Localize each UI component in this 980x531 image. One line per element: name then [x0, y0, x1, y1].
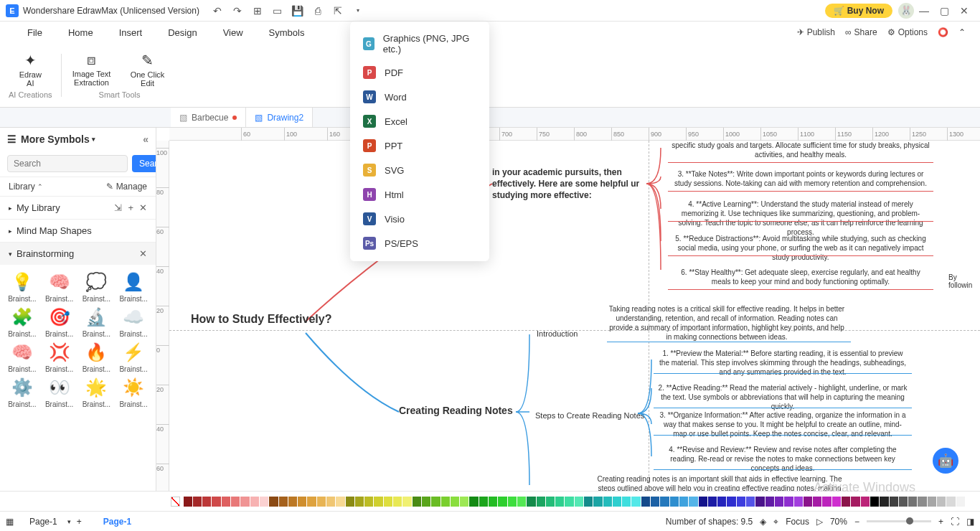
color-swatch[interactable] — [727, 497, 735, 507]
color-swatch[interactable] — [603, 497, 612, 507]
color-swatch[interactable] — [212, 497, 220, 507]
color-swatch[interactable] — [269, 497, 278, 507]
color-swatch[interactable] — [842, 497, 850, 507]
menu-symbols[interactable]: Symbols — [256, 27, 318, 38]
collapse-ribbon-icon[interactable]: ⌃ — [958, 27, 966, 37]
print-icon[interactable]: ⎙ — [310, 3, 326, 19]
shape-item[interactable]: 👀Brainst... — [42, 375, 77, 408]
export-item-svg[interactable]: SSVG — [350, 158, 489, 182]
color-swatch[interactable] — [946, 497, 955, 507]
color-swatch[interactable] — [279, 497, 288, 507]
color-swatch[interactable] — [555, 497, 564, 507]
color-swatch[interactable] — [202, 497, 211, 507]
color-swatch[interactable] — [775, 497, 783, 507]
color-swatch[interactable] — [804, 497, 812, 507]
no-color-swatch[interactable] — [171, 497, 180, 507]
color-swatch[interactable] — [307, 497, 316, 507]
color-swatch[interactable] — [899, 497, 908, 507]
user-avatar[interactable]: 🐰 — [898, 3, 914, 19]
color-swatch[interactable] — [708, 497, 717, 507]
shape-item[interactable]: 🧩Brainst... — [4, 304, 40, 338]
shape-item[interactable]: 🔬Brainst... — [79, 304, 115, 338]
branch-reading-notes[interactable]: Creating Reading Notes — [399, 405, 513, 416]
color-swatch[interactable] — [498, 497, 507, 507]
color-swatch[interactable] — [794, 497, 803, 507]
color-swatch[interactable] — [193, 497, 202, 507]
color-swatch[interactable] — [346, 497, 354, 507]
collapse-sidebar-icon[interactable]: « — [143, 133, 149, 145]
color-swatch[interactable] — [231, 497, 240, 507]
mind-map-shapes-section[interactable]: ▸ Mind Map Shapes — [0, 219, 156, 242]
color-swatch[interactable] — [326, 497, 335, 507]
buy-now-button[interactable]: 🛒Buy Now — [825, 4, 892, 18]
shape-item[interactable]: ☁️Brainst... — [116, 304, 151, 338]
add-page-icon[interactable]: + — [77, 517, 82, 527]
shape-item[interactable]: 🎯Brainst... — [42, 304, 77, 338]
notification-icon[interactable]: ⭕ — [938, 27, 948, 37]
color-swatch[interactable] — [717, 497, 726, 507]
export-item-excel[interactable]: XExcel — [350, 109, 489, 133]
color-swatch[interactable] — [737, 497, 745, 507]
color-swatch[interactable] — [613, 497, 621, 507]
grid-view-icon[interactable]: ▦ — [6, 517, 14, 527]
shape-item[interactable]: 🧠Brainst... — [4, 339, 40, 373]
color-swatch[interactable] — [288, 497, 297, 507]
color-swatch[interactable] — [784, 497, 793, 507]
color-swatch[interactable] — [651, 497, 659, 507]
tab-barbecue[interactable]: ▧Barbecue — [171, 108, 246, 127]
color-swatch[interactable] — [355, 497, 364, 507]
color-swatch[interactable] — [537, 497, 545, 507]
color-swatch[interactable] — [336, 497, 344, 507]
share-button[interactable]: ∞Share — [845, 27, 877, 37]
page-dropdown-icon[interactable]: ▾ — [67, 518, 71, 525]
color-swatch[interactable] — [384, 497, 392, 507]
zoom-in-icon[interactable]: + — [938, 517, 943, 527]
one-click-edit-button[interactable]: ✎One Click Edit — [126, 52, 169, 88]
close-section-icon[interactable]: ✕ — [139, 202, 147, 213]
color-swatch[interactable] — [364, 497, 373, 507]
edraw-ai-button[interactable]: ✦Edraw AI — [9, 52, 52, 88]
add-icon[interactable]: + — [128, 202, 133, 213]
color-swatch[interactable] — [689, 497, 697, 507]
canvas[interactable]: How to Study Effectively? in your academ… — [169, 141, 980, 491]
my-library-section[interactable]: ▸ My Library ⇲+✕ — [0, 196, 156, 219]
focus-target-icon[interactable]: ⌖ — [773, 517, 778, 527]
save-icon[interactable]: 💾 — [290, 3, 306, 19]
color-swatch[interactable] — [890, 497, 898, 507]
color-swatch[interactable] — [402, 497, 411, 507]
export-item-pdf[interactable]: PPDF — [350, 60, 489, 85]
zoom-thumb[interactable] — [906, 517, 913, 525]
menu-file[interactable]: File — [14, 27, 55, 38]
shape-item[interactable]: 💭Brainst... — [79, 269, 115, 303]
shape-item[interactable]: 🔥Brainst... — [79, 339, 115, 373]
search-input[interactable] — [7, 155, 128, 172]
import-icon[interactable]: ⇲ — [114, 202, 122, 213]
color-swatch[interactable] — [565, 497, 573, 507]
mindmap-root-node[interactable]: How to Study Effectively? — [191, 313, 331, 326]
color-swatch[interactable] — [699, 497, 707, 507]
new-icon[interactable]: ⊞ — [250, 3, 265, 19]
color-swatch[interactable] — [861, 497, 870, 507]
export-item-html[interactable]: HHtml — [350, 182, 489, 207]
tab-drawing2[interactable]: ▧Drawing2 — [246, 108, 313, 127]
zoom-slider[interactable] — [867, 520, 931, 522]
color-swatch[interactable] — [746, 497, 755, 507]
color-swatch[interactable] — [479, 497, 488, 507]
color-swatch[interactable] — [460, 497, 468, 507]
color-swatch[interactable] — [508, 497, 517, 507]
search-button[interactable]: Search — [132, 155, 156, 172]
color-swatch[interactable] — [413, 497, 421, 507]
color-swatch[interactable] — [670, 497, 679, 507]
brainstorming-section[interactable]: ▾ Brainstorming ✕ — [0, 242, 156, 265]
menu-insert[interactable]: Insert — [106, 27, 156, 38]
color-swatch[interactable] — [937, 497, 946, 507]
export-icon[interactable]: ⇱ — [330, 3, 346, 19]
color-swatch[interactable] — [593, 497, 602, 507]
color-swatch[interactable] — [880, 497, 888, 507]
export-item-ppt[interactable]: PPPT — [350, 133, 489, 158]
color-swatch[interactable] — [755, 497, 764, 507]
color-swatch[interactable] — [956, 497, 965, 507]
color-swatch[interactable] — [832, 497, 841, 507]
manage-button[interactable]: ✎Manage — [106, 182, 147, 192]
shape-item[interactable]: ⚡Brainst... — [116, 339, 151, 373]
